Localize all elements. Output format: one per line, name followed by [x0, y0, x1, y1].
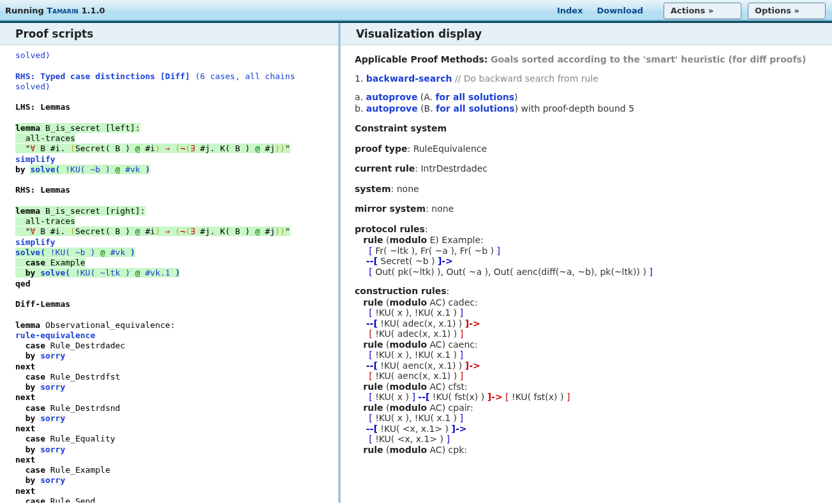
- mirror-system-label: mirror system: [355, 204, 426, 214]
- rule-cpair-block: rule (modulo AC) cpair: [ !KU( x ), !KU(…: [355, 403, 821, 445]
- autoprove-a-all[interactable]: for all solutions: [436, 92, 515, 102]
- autoprove-b-tail: ) with proof-depth bound 5: [515, 103, 634, 114]
- backward-search-tail: // Do backward search from rule: [452, 73, 598, 84]
- rule-cadec-block: rule (modulo AC) cadec: [ !KU( x ), !KU(…: [355, 297, 821, 339]
- visualization-header: Visualization display: [341, 23, 832, 45]
- constraint-system-title: Constraint system: [355, 123, 821, 135]
- apm-desc: Goals sorted according to the 'smart' he…: [491, 54, 806, 64]
- download-link[interactable]: Download: [597, 0, 643, 22]
- running-label: Running: [5, 6, 44, 15]
- proof-code: solved) RHS: Typed case distinctions [Di…: [0, 45, 338, 503]
- rule-cfst-block: rule (modulo AC) cfst: [ !KU( x ) ] --[ …: [355, 382, 821, 403]
- current-rule-val: : IntrDestrdadec: [415, 163, 487, 174]
- visualization-content: Applicable Proof Methods: Goals sorted a…: [341, 45, 832, 480]
- main-content: solved) RHS: Typed case distinctions [Di…: [0, 45, 832, 503]
- construction-rules-label: construction rules: [355, 286, 447, 296]
- protocol-rules-label: protocol rules: [355, 224, 425, 234]
- topbar: Running Tamarin 1.1.0 Index Download Act…: [0, 0, 832, 23]
- index-link[interactable]: Index: [557, 0, 583, 22]
- autoprove-b-num: b.: [355, 103, 363, 114]
- visualization-panel[interactable]: Applicable Proof Methods: Goals sorted a…: [341, 45, 832, 503]
- construction-rules-colon: :: [447, 286, 450, 296]
- rule-caenc-block: rule (modulo AC) caenc: [ !KU( x ), !KU(…: [355, 339, 821, 382]
- rule-cpk-block: rule (modulo AC) cpk:: [355, 445, 821, 456]
- autoprove-b-all[interactable]: for all solutions: [436, 103, 515, 114]
- version-label: 1.1.0: [81, 6, 105, 15]
- proof-type-label: proof type: [355, 144, 407, 154]
- tamarin-label: Tamarin: [47, 6, 78, 15]
- app-title: Running Tamarin 1.1.0: [5, 0, 105, 22]
- autoprove-b-link[interactable]: autoprove: [366, 103, 418, 114]
- apm-label: Applicable Proof Methods:: [355, 54, 487, 64]
- backward-search-link[interactable]: backward-search: [366, 73, 452, 84]
- proof-type-val: : RuleEquivalence: [407, 144, 487, 154]
- backward-search-num: 1.: [355, 73, 363, 84]
- actions-menu[interactable]: Actions »: [664, 3, 741, 19]
- options-menu[interactable]: Options »: [748, 3, 826, 19]
- system-label: system: [355, 184, 391, 194]
- proof-scripts-panel[interactable]: solved) RHS: Typed case distinctions [Di…: [0, 45, 341, 503]
- autoprove-a-link[interactable]: autoprove: [366, 92, 417, 102]
- autoprove-a-tail: ): [514, 92, 517, 102]
- current-rule-label: current rule: [355, 163, 415, 174]
- autoprove-a-num: a.: [355, 92, 363, 102]
- system-val: : none: [391, 184, 419, 194]
- mirror-system-val: : none: [426, 204, 454, 214]
- autoprove-b-mid: (B.: [418, 103, 436, 114]
- autoprove-a-mid: (A.: [417, 92, 435, 102]
- protocol-rules-colon: :: [425, 224, 428, 234]
- section-headers: Proof scripts Visualization display: [0, 23, 832, 45]
- proof-scripts-header: Proof scripts: [0, 23, 341, 45]
- rule-example-block: rule (modulo E) Example: [ Fr( ~ltk ), F…: [355, 235, 821, 277]
